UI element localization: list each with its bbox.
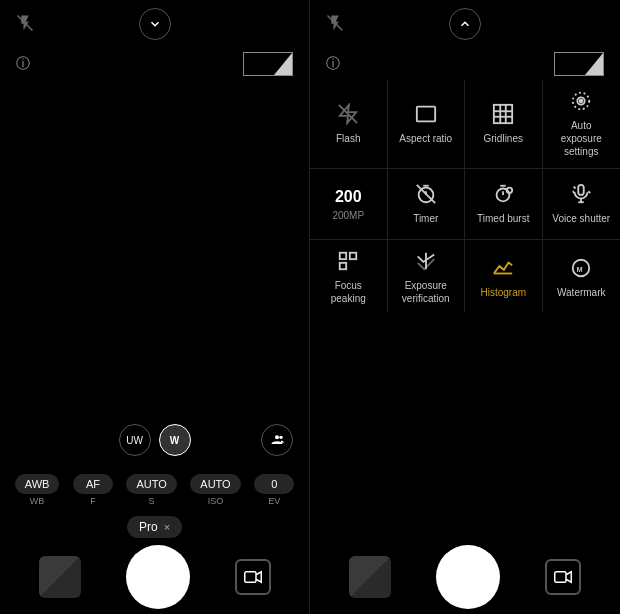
lens-w-button[interactable]: W <box>159 424 191 456</box>
lens-uw-button[interactable]: UW <box>119 424 151 456</box>
timed-burst-cell[interactable]: Timed burst <box>465 169 543 239</box>
pro-tag-row: Pro × <box>0 510 309 544</box>
left-panel: ⓘ UW W AWB WB AF F AUTO S <box>0 0 310 614</box>
gallery-thumbnail-left[interactable] <box>39 556 81 598</box>
grid-row-3: Focus peaking Exposure verification <box>310 240 620 312</box>
aspect-ratio-cell[interactable]: Aspect ratio <box>388 80 466 168</box>
gridlines-cell[interactable]: Gridlines <box>465 80 543 168</box>
ev-button[interactable]: 0 <box>254 474 294 494</box>
info-icon-right: ⓘ <box>326 55 340 73</box>
pro-close-button[interactable]: × <box>164 521 170 533</box>
gallery-thumb-inner <box>39 556 81 598</box>
focus-peaking-label: Focus peaking <box>331 279 366 305</box>
flash-off-icon-right <box>326 14 344 37</box>
f-button[interactable]: AF <box>73 474 113 494</box>
svg-point-2 <box>279 436 282 439</box>
focus-peaking-cell[interactable]: Focus peaking <box>310 240 388 312</box>
gallery-thumb-inner-right <box>349 556 391 598</box>
svg-point-1 <box>275 435 279 439</box>
auto-exposure-icon <box>570 90 592 115</box>
voice-shutter-label: Voice shutter <box>552 212 610 225</box>
svg-rect-32 <box>340 263 346 269</box>
flash-label: Flash <box>336 132 360 145</box>
timer-icon <box>415 183 437 208</box>
people-icon-button[interactable] <box>261 424 293 456</box>
wb-button[interactable]: AWB <box>15 474 60 494</box>
timed-burst-label: Timed burst <box>477 212 529 225</box>
svg-rect-8 <box>494 105 512 123</box>
iso-button[interactable]: AUTO <box>190 474 240 494</box>
grid-row-1: Flash Aspect ratio <box>310 80 620 169</box>
iso-label: ISO <box>208 496 224 506</box>
info-icon-left: ⓘ <box>16 55 30 73</box>
shutter-button-left[interactable] <box>126 545 190 609</box>
svg-line-28 <box>573 191 575 193</box>
auto-exposure-label: Auto exposure settings <box>561 119 602 158</box>
megapixels-value: 200 <box>335 188 362 206</box>
pro-label: Pro <box>139 520 158 534</box>
f-setting: AF F <box>73 474 113 506</box>
bottom-bar-left <box>0 544 309 614</box>
voice-shutter-cell[interactable]: Voice shutter <box>543 169 621 239</box>
right-top-bar <box>310 0 620 48</box>
camera-settings-row: AWB WB AF F AUTO S AUTO ISO 0 EV <box>0 470 309 510</box>
focus-peaking-icon <box>337 250 359 275</box>
grid-row-2: 200 200MP Timer <box>310 169 620 240</box>
ev-label: EV <box>268 496 280 506</box>
s-button[interactable]: AUTO <box>126 474 176 494</box>
megapixels-cell[interactable]: 200 200MP <box>310 169 388 239</box>
collapse-button-left[interactable] <box>139 8 171 40</box>
timer-cell[interactable]: Timer <box>388 169 466 239</box>
svg-rect-24 <box>579 185 585 195</box>
histogram-preview-right <box>554 52 604 76</box>
video-mode-button-left[interactable] <box>235 559 271 595</box>
video-mode-button-right[interactable] <box>545 559 581 595</box>
s-setting: AUTO S <box>126 474 176 506</box>
ev-setting: 0 EV <box>254 474 294 506</box>
exposure-verification-label: Exposure verification <box>402 279 450 305</box>
info-row-right: ⓘ <box>310 48 620 80</box>
histogram-cell[interactable]: Histogram <box>465 240 543 312</box>
exposure-verification-cell[interactable]: Exposure verification <box>388 240 466 312</box>
collapse-button-right[interactable] <box>449 8 481 40</box>
svg-rect-31 <box>350 253 356 259</box>
svg-text:M: M <box>577 264 583 273</box>
settings-grid: Flash Aspect ratio <box>310 80 620 312</box>
auto-exposure-cell[interactable]: Auto exposure settings <box>543 80 621 168</box>
svg-rect-30 <box>340 253 346 259</box>
timer-label: Timer <box>413 212 438 225</box>
iso-setting: AUTO ISO <box>190 474 240 506</box>
svg-rect-36 <box>555 572 566 583</box>
svg-point-23 <box>507 188 513 194</box>
viewfinder-left <box>0 80 309 410</box>
gallery-thumbnail-right[interactable] <box>349 556 391 598</box>
gridlines-label: Gridlines <box>484 132 523 145</box>
flash-off-icon-left <box>16 14 34 37</box>
pro-tag: Pro × <box>127 516 182 538</box>
wb-setting: AWB WB <box>15 474 60 506</box>
aspect-ratio-label: Aspect ratio <box>399 132 452 145</box>
shutter-button-right[interactable] <box>436 545 500 609</box>
watermark-cell[interactable]: M Watermark <box>543 240 621 312</box>
watermark-icon: M <box>570 257 592 282</box>
bottom-bar-right <box>310 544 620 614</box>
histogram-icon <box>492 257 514 282</box>
svg-rect-3 <box>244 572 255 583</box>
exposure-verification-icon <box>415 250 437 275</box>
aspect-ratio-icon <box>415 103 437 128</box>
gridlines-icon <box>492 103 514 128</box>
flash-cell[interactable]: Flash <box>310 80 388 168</box>
histogram-label: Histogram <box>480 286 526 299</box>
svg-point-15 <box>580 100 583 103</box>
svg-rect-7 <box>417 107 435 122</box>
svg-line-29 <box>589 191 591 193</box>
watermark-label: Watermark <box>557 286 606 299</box>
s-label: S <box>149 496 155 506</box>
f-label: F <box>90 496 96 506</box>
left-top-bar <box>0 0 309 48</box>
right-panel: ⓘ Flash Aspect rat <box>310 0 620 614</box>
lens-selector: UW W <box>119 416 191 464</box>
lens-selector-row: UW W <box>0 410 309 470</box>
megapixels-sublabel: 200MP <box>332 210 364 221</box>
right-spacer <box>310 312 620 544</box>
